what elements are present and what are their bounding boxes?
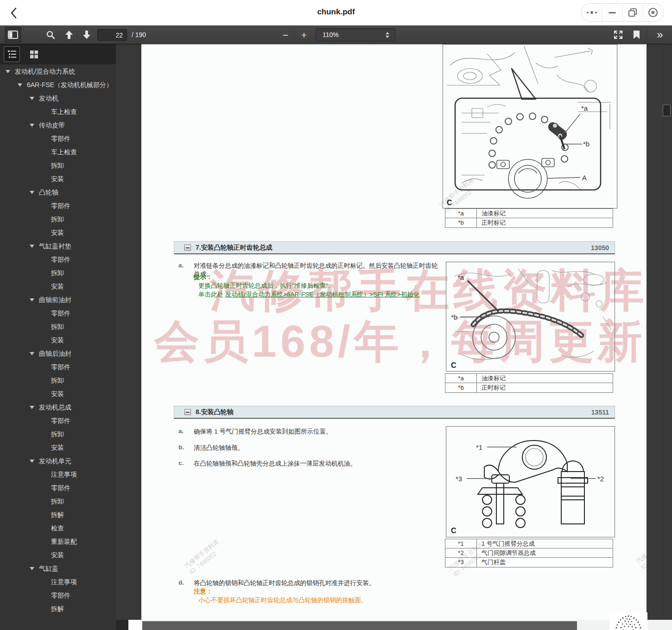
caret-down-icon[interactable] xyxy=(18,81,27,87)
caret-down-icon[interactable] xyxy=(30,121,39,127)
outline-item[interactable]: 安装 xyxy=(0,441,116,454)
caret-down-icon[interactable] xyxy=(30,242,39,248)
outline-item[interactable]: 气缸盖 xyxy=(0,562,116,575)
outline-item[interactable]: 零部件 xyxy=(0,199,116,213)
outline-item[interactable]: 安装 xyxy=(0,387,116,401)
table-row: *a 油漆标记 xyxy=(445,209,613,218)
fullscreen-icon xyxy=(613,30,623,40)
outline-item[interactable]: 注意事项 xyxy=(0,575,116,589)
minimize-button[interactable] xyxy=(602,4,622,21)
sidebar-header xyxy=(0,44,116,64)
outline-item[interactable]: 曲轴前油封 xyxy=(0,293,116,307)
outline-item[interactable]: 拆卸 xyxy=(0,374,116,387)
figure-corner-label: C xyxy=(447,199,452,207)
outline-item[interactable]: 气缸盖衬垫 xyxy=(0,239,116,253)
outline-item[interactable]: 拆解 xyxy=(0,602,116,616)
outline-item[interactable]: 零部件 xyxy=(0,414,116,428)
search-button[interactable] xyxy=(44,25,57,44)
figure-corner-label: C xyxy=(451,361,456,369)
pdf-page: 汽修帮手在线资料库 会员168/年，每周更新车型 汽修帮手资料库ID: 7496… xyxy=(141,44,647,620)
table-row: *a 油漆标记 xyxy=(445,374,613,383)
outline-item[interactable]: 安装 xyxy=(0,548,116,562)
fullscreen-button[interactable] xyxy=(611,25,626,44)
scrollbar-corner xyxy=(116,620,128,630)
caret-down-icon[interactable] xyxy=(30,564,39,570)
outline-item[interactable]: 安装 xyxy=(0,226,116,239)
outline-item[interactable]: 拆卸 xyxy=(0,159,116,172)
outline-item[interactable]: 零部件 xyxy=(0,307,116,320)
outline-item[interactable]: 发动机 xyxy=(0,92,116,105)
outline-item[interactable]: 注意事项 xyxy=(0,468,116,481)
more-options-button[interactable] xyxy=(582,4,602,21)
outline-item[interactable]: 发动机/混合动力系统 xyxy=(0,65,116,78)
bookmark-button[interactable] xyxy=(629,25,643,44)
outline-item[interactable]: 拆卸 xyxy=(0,495,116,508)
outline-item[interactable]: 检查 xyxy=(0,522,116,535)
caret-down-icon[interactable] xyxy=(6,67,15,73)
outline-view-button[interactable] xyxy=(4,46,20,62)
watermark-stamp: 汽修帮手资料库ID: 7496002 xyxy=(183,538,226,576)
ellipsis-icon xyxy=(586,10,598,15)
outline-item[interactable]: 重新装配 xyxy=(0,535,116,548)
table-row: *b 正时标记 xyxy=(445,218,613,227)
outline-item[interactable]: 零部件 xyxy=(0,132,116,145)
outline-item[interactable]: 拆卸 xyxy=(0,213,116,226)
outline-item[interactable]: 安装 xyxy=(0,280,116,293)
outline-item[interactable]: 发动机单元 xyxy=(0,454,116,468)
outline-item[interactable]: 6AR-FSE（发动机机械部分） xyxy=(0,78,116,92)
bookmark-icon xyxy=(633,30,640,39)
horizontal-scrollbar-thumb[interactable] xyxy=(142,621,577,630)
outline-item[interactable]: 凸轮轴 xyxy=(0,186,116,199)
outline-item[interactable]: 拆解 xyxy=(0,508,116,522)
section7-header: 7.安装凸轮轴正时齿轮总成 13050 xyxy=(174,241,615,254)
vertical-scrollbar-thumb[interactable] xyxy=(663,105,671,116)
restore-button[interactable] xyxy=(622,4,643,21)
outline-item[interactable]: 传动皮带 xyxy=(0,119,116,132)
caret-down-icon[interactable] xyxy=(30,349,39,355)
caret-down-icon[interactable] xyxy=(30,457,39,463)
zoom-level-select[interactable]: 110% xyxy=(316,28,395,41)
outline-item[interactable]: 拆卸 xyxy=(0,266,116,280)
outline-item[interactable]: 发动机总成 xyxy=(0,401,116,414)
watermark-stamp: 汽修帮手资料库ID: 7496002 xyxy=(634,533,647,572)
zoom-level-value: 110% xyxy=(316,31,386,38)
zoom-in-button[interactable]: + xyxy=(298,25,311,44)
outline-item[interactable]: 零部件 xyxy=(0,481,116,495)
caret-down-icon[interactable] xyxy=(30,94,39,100)
outline-item[interactable]: 安装 xyxy=(0,334,116,347)
zoom-out-button[interactable]: − xyxy=(279,25,292,44)
outline-item[interactable]: 曲轴后油封 xyxy=(0,347,116,360)
collapse-icon[interactable] xyxy=(184,245,191,251)
initialization-link[interactable]: 发动机/混合动力系统>6AR-FSE（发动机控制系统）>SFI 系统>初始化 xyxy=(225,291,420,298)
thumbnail-view-button[interactable] xyxy=(26,46,42,62)
outline-item[interactable]: 零部件 xyxy=(0,360,116,374)
window-controls xyxy=(581,3,664,22)
titlebar: chunk.pdf xyxy=(0,0,672,25)
page-number-input[interactable] xyxy=(97,29,127,41)
outline-item[interactable]: 零部件 xyxy=(0,589,116,602)
outline-list-icon xyxy=(7,50,17,58)
outline-item[interactable]: 拆卸 xyxy=(0,320,116,334)
caret-down-icon[interactable] xyxy=(30,403,39,409)
horizontal-scrollbar-track[interactable] xyxy=(116,620,672,630)
record-button[interactable] xyxy=(643,4,663,21)
mark-table: *a 油漆标记 *b 正时标记 xyxy=(445,208,613,228)
next-page-button[interactable] xyxy=(80,25,94,44)
vertical-scrollbar-track[interactable] xyxy=(662,44,672,630)
collapse-icon[interactable] xyxy=(184,409,191,415)
more-tools-button[interactable]: » xyxy=(651,25,668,44)
outline-item[interactable]: 拆卸 xyxy=(0,428,116,441)
caret-down-icon[interactable] xyxy=(30,296,39,302)
caret-down-icon[interactable] xyxy=(30,188,39,194)
previous-page-button[interactable] xyxy=(62,25,76,44)
section8-code: 13511 xyxy=(591,409,609,416)
outline-item[interactable]: 车上检查 xyxy=(0,105,116,119)
outline-item[interactable]: 零部件 xyxy=(0,253,116,266)
sidebar-toggle-button[interactable] xyxy=(5,27,21,43)
callout-a-label: *a xyxy=(457,273,464,281)
page-count-label: / 190 xyxy=(132,31,146,38)
outline-item[interactable]: 车上检查 xyxy=(0,145,116,159)
outline-item[interactable]: 安装 xyxy=(0,172,116,186)
arrow-up-icon xyxy=(65,30,73,39)
restore-icon xyxy=(628,8,637,17)
